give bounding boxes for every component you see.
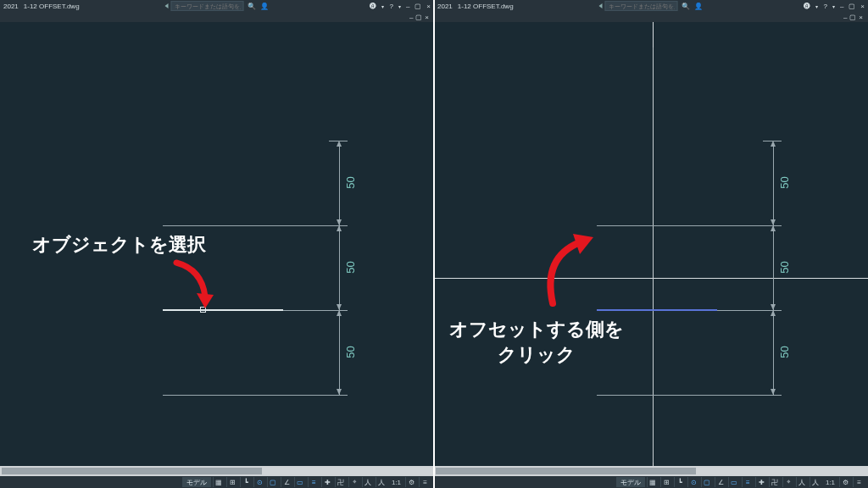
account-icon[interactable]: 👤 <box>693 1 704 11</box>
search-icon[interactable]: 🔍 <box>681 1 691 11</box>
share-icon[interactable]: 🅐 <box>370 3 376 10</box>
account-icon[interactable]: 👤 <box>259 1 270 11</box>
doc-close-icon[interactable]: × <box>859 14 863 21</box>
close-icon[interactable]: × <box>426 3 431 10</box>
dim-ext-line <box>309 395 348 396</box>
maximize-icon[interactable]: ▢ <box>415 3 421 10</box>
status-icon[interactable]: 卍 <box>335 477 347 487</box>
ortho-toggle-icon[interactable]: ┗ <box>240 477 252 487</box>
share-chevron-icon[interactable]: ▾ <box>815 3 818 9</box>
drawing-canvas[interactable]: 50 50 50 オブジェクトを選択 <box>0 22 434 466</box>
dim-value: 50 <box>778 176 791 188</box>
status-icon[interactable]: 人 <box>362 477 374 487</box>
lwt-toggle-icon[interactable]: ≡ <box>742 477 754 487</box>
search-input[interactable] <box>171 1 244 11</box>
dyn-toggle-icon[interactable]: ▭ <box>294 477 306 487</box>
grid-toggle-icon[interactable]: ▦ <box>213 477 225 487</box>
menu-icon[interactable]: ≡ <box>853 477 865 487</box>
doc-restore-icon[interactable]: ▢ <box>849 14 856 21</box>
polar-toggle-icon[interactable]: ⊙ <box>687 477 699 487</box>
share-chevron-icon[interactable]: ▾ <box>381 3 384 9</box>
dim-arrow-icon <box>771 310 776 316</box>
search-group: 🔍 👤 <box>599 1 704 11</box>
status-bar: モデル ▦ ⊞ ┗ ⊙ ▢ ∠ ▭ ≡ ✚ 卍 ⌖ 人 人 1:1 ⚙ ≡ <box>0 476 434 488</box>
scale-label[interactable]: 1:1 <box>823 479 837 486</box>
filename: 1-12 OFFSET.dwg <box>458 3 514 10</box>
status-icon[interactable]: 人 <box>376 477 387 487</box>
dim-arrow-icon <box>337 225 342 231</box>
doc-minimize-icon[interactable]: – <box>409 14 413 21</box>
status-icon[interactable]: ⌖ <box>348 477 360 487</box>
status-icon[interactable]: ⌖ <box>782 477 794 487</box>
status-icon[interactable]: 人 <box>810 477 821 487</box>
dim-arrow-icon <box>771 219 776 225</box>
otrack-toggle-icon[interactable]: ∠ <box>715 477 726 487</box>
dim-arrow-icon <box>771 304 776 310</box>
help-chevron-icon[interactable]: ▾ <box>398 3 401 9</box>
doc-minimize-icon[interactable]: – <box>843 14 847 21</box>
dim-ext-line <box>309 310 348 311</box>
dim-arrow-icon <box>337 219 342 225</box>
window-controls: 🅐 ▾ ? ▾ – ▢ × <box>370 3 431 10</box>
status-icon[interactable]: 人 <box>796 477 808 487</box>
dim-arrow-icon <box>771 389 776 395</box>
maximize-icon[interactable]: ▢ <box>849 3 855 10</box>
share-icon[interactable]: 🅐 <box>804 3 810 10</box>
dim-arrow-icon <box>337 141 342 147</box>
dim-ext-line <box>743 395 782 396</box>
doc-restore-icon[interactable]: ▢ <box>415 14 422 21</box>
dyn-toggle-icon[interactable]: ▭ <box>728 477 740 487</box>
horizontal-scrollbar[interactable] <box>434 466 868 476</box>
search-input[interactable] <box>605 1 678 11</box>
gear-icon[interactable]: ⚙ <box>405 477 417 487</box>
doc-controls: – ▢ × <box>434 12 868 22</box>
help-icon[interactable]: ? <box>389 3 392 10</box>
dim-arrow-icon <box>337 389 342 395</box>
grid-toggle-icon[interactable]: ▦ <box>647 477 659 487</box>
help-chevron-icon[interactable]: ▾ <box>832 3 835 9</box>
scale-label[interactable]: 1:1 <box>389 479 403 486</box>
otrack-toggle-icon[interactable]: ∠ <box>281 477 292 487</box>
dim-ext-line <box>309 225 348 226</box>
doc-close-icon[interactable]: × <box>425 14 429 21</box>
pane-left: 2021 1-12 OFFSET.dwg 🔍 👤 🅐 ▾ ? ▾ – ▢ × –… <box>0 0 434 488</box>
dim-arrow-icon <box>771 225 776 231</box>
search-caret-icon[interactable] <box>165 3 169 8</box>
dim-arrow-icon <box>337 310 342 316</box>
polar-toggle-icon[interactable]: ⊙ <box>253 477 265 487</box>
guide-line <box>597 225 743 226</box>
dim-ext-line <box>763 141 782 141</box>
pane-divider <box>433 0 435 488</box>
model-tab[interactable]: モデル <box>182 477 211 487</box>
scroll-thumb[interactable] <box>2 468 262 474</box>
drawing-canvas[interactable]: 50 50 50 オフセットする側を クリック <box>434 22 868 466</box>
minimize-icon[interactable]: – <box>840 3 843 10</box>
tracking-line <box>653 47 654 463</box>
doc-controls: – ▢ × <box>0 12 434 22</box>
close-icon[interactable]: × <box>860 3 865 10</box>
snap-toggle-icon[interactable]: ⊞ <box>660 477 672 487</box>
osnap-toggle-icon[interactable]: ▢ <box>267 477 279 487</box>
scroll-thumb[interactable] <box>436 468 696 474</box>
status-icon[interactable]: 卍 <box>769 477 781 487</box>
dim-ext-line <box>743 225 782 226</box>
model-tab[interactable]: モデル <box>616 477 645 487</box>
status-icon[interactable]: ✚ <box>755 477 767 487</box>
lwt-toggle-icon[interactable]: ≡ <box>308 477 320 487</box>
search-caret-icon[interactable] <box>599 3 603 8</box>
dim-value: 50 <box>344 176 357 188</box>
red-arrow-icon <box>168 259 219 313</box>
minimize-icon[interactable]: – <box>406 3 409 10</box>
snap-toggle-icon[interactable]: ⊞ <box>226 477 238 487</box>
menu-icon[interactable]: ≡ <box>419 477 431 487</box>
gear-icon[interactable]: ⚙ <box>839 477 851 487</box>
guide-line <box>163 395 309 396</box>
osnap-toggle-icon[interactable]: ▢ <box>701 477 713 487</box>
search-icon[interactable]: 🔍 <box>247 1 257 11</box>
status-icon[interactable]: ✚ <box>321 477 333 487</box>
ortho-toggle-icon[interactable]: ┗ <box>674 477 686 487</box>
window-controls: 🅐 ▾ ? ▾ – ▢ × <box>804 3 865 10</box>
horizontal-scrollbar[interactable] <box>0 466 434 476</box>
help-icon[interactable]: ? <box>823 3 826 10</box>
instruction-text: オフセットする側を クリック <box>449 317 624 367</box>
